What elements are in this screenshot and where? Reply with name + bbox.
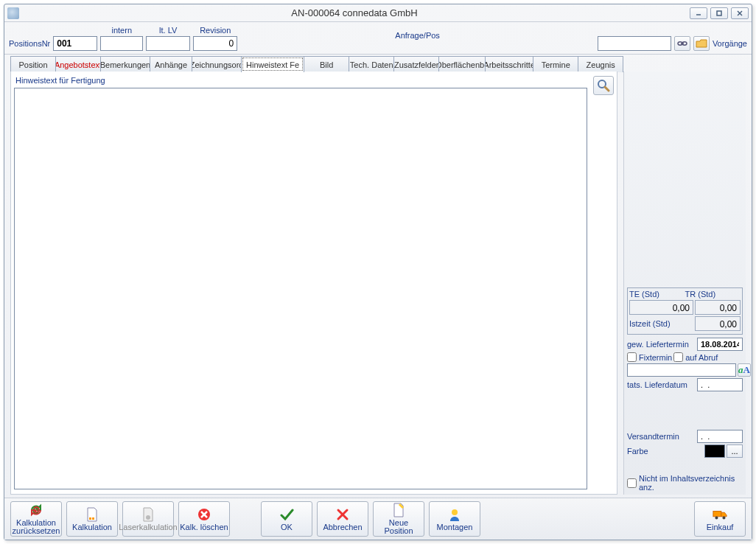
btn-kalk-reset[interactable]: Kalkulation zurücksetzen [10,501,62,537]
tab-tech-daten[interactable]: Tech. Daten [349,56,394,72]
label-istzeit: Istzeit (Std) [629,319,693,328]
label-gew-liefertermin: gew. Liefertermin [627,340,696,349]
label-revision: Revision [200,26,231,35]
document-grey-icon [141,507,155,522]
checkbox-fixtermin[interactable]: Fixtermin [627,352,672,362]
hinweistext-textarea[interactable] [14,88,587,489]
svg-point-20 [722,516,725,519]
tab-position[interactable]: Position [10,56,56,72]
label-versandtermin: Versandtermin [627,432,696,441]
delete-icon [197,507,211,522]
tab-anhaenge[interactable]: Anhänge [150,56,192,72]
btn-montagen[interactable]: Montagen [429,501,480,537]
tab-zeichnungsordner[interactable]: Zeichnungsord [192,56,242,72]
tabs-bar: Position Angebotstext Bemerkungen Anhäng… [4,55,752,72]
app-icon [7,7,19,19]
svg-rect-9 [89,517,91,520]
new-document-icon [391,503,406,517]
svg-point-17 [452,509,458,515]
svg-rect-18 [713,511,721,516]
area-title: Hinweistext für Fertigung [14,76,587,85]
tab-bild[interactable]: Bild [304,56,349,72]
minimize-button[interactable] [690,7,707,19]
svg-line-8 [605,87,609,91]
label-intern: intern [111,26,132,35]
window-title: AN-000064 connedata GmbH [19,7,690,18]
input-abruf-text[interactable] [627,363,736,377]
content-left: Hinweistext für Fertigung [11,72,590,494]
tab-oberflaechen[interactable]: Oberflächenbe [438,56,486,72]
svg-point-19 [715,516,718,519]
document-icon [85,507,99,522]
worker-icon [447,507,462,522]
input-versandtermin[interactable] [697,430,743,443]
input-ltlv[interactable] [146,36,190,51]
checkbox-nicht-inhalt[interactable]: Nicht im Inhaltsverzeichnis anz. [627,474,743,492]
svg-rect-10 [92,517,94,520]
bottom-toolbar: Kalkulation zurücksetzen Kalkulation Las… [4,498,752,540]
input-intern[interactable] [100,36,143,51]
right-panel: TE (Std) TR (Std) 0,00 0,00 Istzeit (Std… [623,72,746,495]
header-row: PositionsNr intern lt. LV Revision Anfra… [4,22,752,55]
app-window: AN-000064 connedata GmbH PositionsNr int… [4,4,752,540]
tab-hinweistext[interactable]: Hinweistext Fe [241,56,304,72]
maximize-button[interactable] [710,7,728,19]
folder-button[interactable] [693,36,710,51]
input-anfrage[interactable] [598,36,671,51]
input-gew-liefertermin[interactable] [697,338,743,351]
tab-zeugnis[interactable]: Zeugnis [578,56,623,72]
cancel-icon [335,507,350,522]
content-area: Hinweistext für Fertigung [10,72,617,495]
label-te: TE (Std) [629,290,685,299]
btn-neue-position[interactable]: Neue Position [373,501,424,537]
btn-ok[interactable]: OK [261,501,312,537]
link-button[interactable] [674,36,690,51]
tab-arbeitsschritte[interactable]: Arbeitsschritte [485,56,533,72]
time-box: TE (Std) TR (Std) 0,00 0,00 Istzeit (Std… [627,287,743,335]
label-ltlv: lt. LV [159,26,177,35]
color-pick-button[interactable]: ... [727,444,743,458]
tab-termine[interactable]: Termine [533,56,578,72]
magnify-button[interactable] [593,76,614,95]
btn-kalk-loeschen[interactable]: Kalk. löschen [178,501,230,537]
btn-abbrechen[interactable]: Abbrechen [317,501,368,537]
value-istzeit: 0,00 [695,316,741,331]
label-tr: TR (Std) [685,290,741,299]
check-icon [279,507,294,522]
tab-angebotstext[interactable]: Angebotstext [55,56,101,72]
window-controls [690,7,749,19]
value-te: 0,00 [629,300,693,315]
value-tr: 0,00 [695,300,741,315]
tab-zusatzfelder[interactable]: Zusatzfelder [393,56,439,72]
close-button[interactable] [731,7,749,19]
btn-laserkalkulation[interactable]: Laserkalkulation [122,501,174,537]
checkbox-aufabruf[interactable]: auf Abruf [673,352,718,362]
label-farbe: Farbe [627,447,703,456]
svg-rect-1 [717,11,721,15]
label-vorgaenge: Vorgänge [713,39,747,51]
label-tat-lieferdatum: tats. Lieferdatum [627,380,696,389]
truck-icon [713,507,727,522]
input-positionsnr[interactable] [53,36,97,51]
svg-point-11 [146,515,150,520]
text-style-button[interactable]: aA [738,363,751,377]
titlebar: AN-000064 connedata GmbH [4,4,752,22]
label-anfrage-pos: Anfrage/Pos [240,31,595,42]
btn-einkauf[interactable]: Einkauf [694,501,746,537]
input-tat-lieferdatum[interactable] [697,378,743,391]
label-positionsnr: PositionsNr [9,39,50,51]
btn-kalkulation[interactable]: Kalkulation [66,501,118,537]
color-swatch[interactable] [704,444,725,458]
refresh-icon [29,503,43,517]
tab-bemerkungen[interactable]: Bemerkungen [100,56,150,72]
input-revision[interactable] [193,36,237,51]
